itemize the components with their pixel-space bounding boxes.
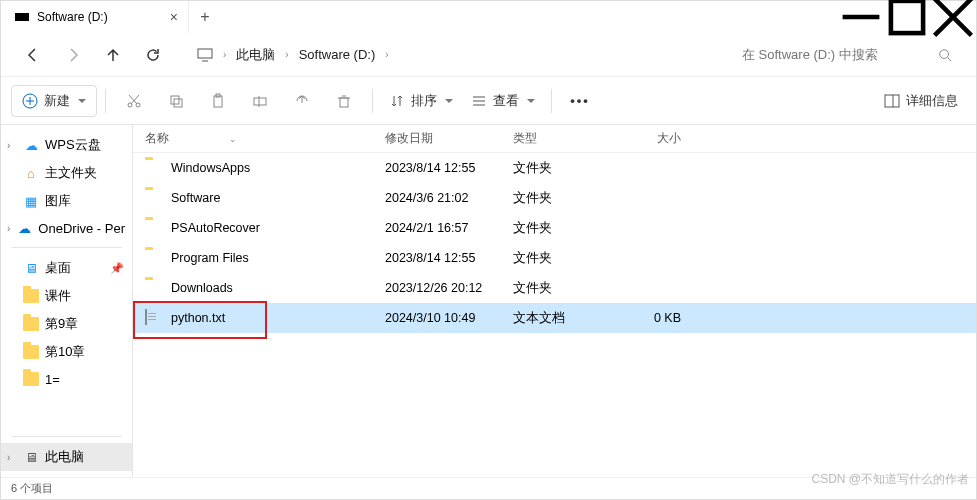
svg-rect-19 [254,98,266,105]
more-button[interactable]: ••• [560,85,600,117]
table-row[interactable]: Downloads2023/12/26 20:12文件夹 [133,273,976,303]
chevron-right-icon: › [223,49,226,60]
back-button[interactable] [15,37,51,73]
drive-icon [15,13,29,21]
forward-button[interactable] [55,37,91,73]
chevron-right-icon: › [385,49,388,60]
navbar: › 此电脑 › Software (D:) › 在 Software (D:) … [1,33,976,77]
table-row[interactable]: WindowsApps2023/8/14 12:55文件夹 [133,153,976,183]
table-row[interactable]: PSAutoRecover2024/2/1 16:57文件夹 [133,213,976,243]
file-name: Program Files [171,251,249,265]
file-type: 文件夹 [513,250,621,267]
svg-point-6 [940,49,949,58]
folder-icon [145,250,163,266]
window-buttons [838,1,976,33]
col-name[interactable]: 名称⌄ [145,130,385,147]
table-row[interactable]: python.txt2024/3/10 10:49文本文档0 KB [133,303,976,333]
sidebar-item-gallery[interactable]: ▦图库 [1,187,132,215]
sidebar-item-onedrive[interactable]: ›☁OneDrive - Per [1,215,132,241]
gallery-icon: ▦ [23,193,39,209]
rename-button[interactable] [240,85,280,117]
view-button[interactable]: 查看 [463,85,543,117]
separator [11,436,122,437]
separator [551,89,552,113]
refresh-button[interactable] [135,37,171,73]
col-size[interactable]: 大小 [621,130,691,147]
pin-icon: 📌 [110,262,124,275]
share-button[interactable] [282,85,322,117]
tab-title: Software (D:) [37,10,108,24]
minimize-button[interactable] [838,1,884,33]
plus-circle-icon [22,93,38,109]
file-date: 2023/8/14 12:55 [385,161,513,175]
file-type: 文件夹 [513,220,621,237]
file-name: WindowsApps [171,161,250,175]
crumb-root[interactable]: 此电脑 [236,46,275,64]
body: ›☁WPS云盘 ⌂主文件夹 ▦图库 ›☁OneDrive - Per 🖥桌面📌 … [1,125,976,477]
titlebar: Software (D:) × + [1,1,976,33]
folder-icon [23,344,39,360]
sidebar-item-desktop[interactable]: 🖥桌面📌 [1,254,132,282]
sidebar-label: 桌面 [45,259,71,277]
table-row[interactable]: Program Files2023/8/14 12:55文件夹 [133,243,976,273]
svg-rect-27 [885,95,899,107]
delete-button[interactable] [324,85,364,117]
separator [105,89,106,113]
new-tab-button[interactable]: + [189,8,221,26]
folder-icon [23,288,39,304]
paste-button[interactable] [198,85,238,117]
sidebar-item-folder[interactable]: 1= [1,366,132,392]
svg-rect-1 [891,1,923,33]
col-date[interactable]: 修改日期 [385,130,513,147]
address-bar[interactable]: › 此电脑 › Software (D:) › [185,39,401,71]
explorer-window: Software (D:) × + › 此电脑 › Software (D:) … [0,0,977,500]
new-button[interactable]: 新建 [11,85,97,117]
sidebar-item-wps[interactable]: ›☁WPS云盘 [1,131,132,159]
file-name: PSAutoRecover [171,221,260,235]
pc-icon: 🖥 [23,449,39,465]
up-button[interactable] [95,37,131,73]
details-label: 详细信息 [906,92,958,110]
view-icon [471,93,487,109]
sort-label: 排序 [411,92,437,110]
svg-line-7 [948,57,952,61]
svg-rect-16 [174,99,182,107]
crumb-drive[interactable]: Software (D:) [299,47,376,62]
sidebar-item-folder[interactable]: 第10章 [1,338,132,366]
tab-active[interactable]: Software (D:) × [1,1,189,33]
details-icon [884,93,900,109]
rows: WindowsApps2023/8/14 12:55文件夹Software202… [133,153,976,333]
file-name: Downloads [171,281,233,295]
cut-button[interactable] [114,85,154,117]
folder-icon [23,316,39,332]
file-date: 2024/3/10 10:49 [385,311,513,325]
sidebar-label: 第10章 [45,343,85,361]
sidebar-label: 主文件夹 [45,164,97,182]
folder-icon [145,220,163,236]
home-icon: ⌂ [23,165,39,181]
column-headers: 名称⌄ 修改日期 类型 大小 [133,125,976,153]
details-pane-button[interactable]: 详细信息 [876,85,966,117]
sidebar-item-pc[interactable]: ›🖥此电脑 [1,443,132,471]
file-name: python.txt [171,311,225,325]
close-tab-icon[interactable]: × [170,9,178,25]
close-button[interactable] [930,1,976,33]
file-date: 2023/8/14 12:55 [385,251,513,265]
sidebar-label: 图库 [45,192,71,210]
sidebar-item-home[interactable]: ⌂主文件夹 [1,159,132,187]
view-label: 查看 [493,92,519,110]
file-date: 2023/12/26 20:12 [385,281,513,295]
search-input[interactable]: 在 Software (D:) 中搜索 [732,39,962,71]
copy-button[interactable] [156,85,196,117]
watermark: CSDN @不知道写什么的作者 [811,471,969,488]
file-list: 名称⌄ 修改日期 类型 大小 WindowsApps2023/8/14 12:5… [133,125,976,477]
sort-button[interactable]: 排序 [381,85,461,117]
col-type[interactable]: 类型 [513,130,621,147]
table-row[interactable]: Software2024/3/6 21:02文件夹 [133,183,976,213]
sort-icon [389,93,405,109]
new-label: 新建 [44,92,70,110]
maximize-button[interactable] [884,1,930,33]
sidebar-item-folder[interactable]: 第9章 [1,310,132,338]
sidebar-item-folder[interactable]: 课件 [1,282,132,310]
desktop-icon: 🖥 [23,260,39,276]
